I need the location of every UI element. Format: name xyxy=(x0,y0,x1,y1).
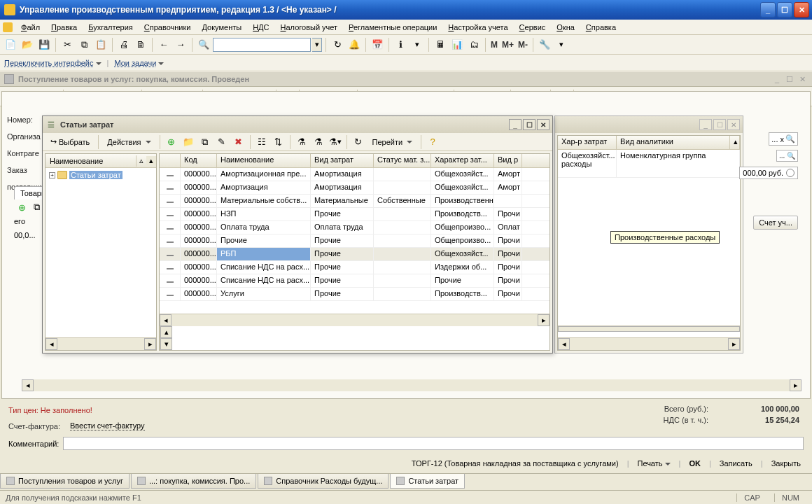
grid-row[interactable]: 000000...РБППрочиеОбщехозяйст...Прочи xyxy=(160,248,550,261)
search-dropdown[interactable]: ▾ xyxy=(312,38,322,52)
tree-icon[interactable]: 🗂 xyxy=(466,37,482,52)
chart-icon[interactable]: 📊 xyxy=(449,37,465,52)
right-grid-row[interactable]: Общехозяйст... расходы Номенклатурная гр… xyxy=(558,150,740,178)
add-row-icon[interactable]: ⊕ xyxy=(15,201,28,214)
menu-catalogs[interactable]: Справочники xyxy=(139,21,197,34)
switch-interface-link[interactable]: Переключить интерфейс xyxy=(4,59,102,67)
expand-icon[interactable]: + xyxy=(49,172,55,178)
rgrid-vscroll-up[interactable] xyxy=(558,326,740,332)
grid-vscroll[interactable]: ▴ ▾ xyxy=(160,326,172,350)
help-icon[interactable]: ? xyxy=(425,134,440,150)
move-icon[interactable]: ⇅ xyxy=(271,134,286,150)
grid-row[interactable]: 000000...Списание НДС на расх...ПрочиеИз… xyxy=(160,261,550,274)
menu-vat[interactable]: НДС xyxy=(247,21,274,34)
search-input[interactable] xyxy=(213,38,311,52)
search-icon[interactable]: 🔍 xyxy=(196,37,211,52)
my-tasks-link[interactable]: Мои задачи xyxy=(114,59,164,67)
grid-row[interactable]: 000000...АмортизацияАмортизацияОбщехозяй… xyxy=(160,181,550,195)
tree-scroll-up[interactable]: ▴ xyxy=(146,156,156,165)
maximize-button[interactable]: ☐ xyxy=(777,2,792,18)
grid-row[interactable]: 000000...ПрочиеПрочиеОбщепроизво...Прочи xyxy=(160,234,550,248)
modal-go-dropdown[interactable]: Перейти xyxy=(368,135,418,149)
select-button[interactable]: ↪Выбрать xyxy=(46,134,94,149)
menu-documents[interactable]: Документы xyxy=(196,21,247,34)
add-folder-icon[interactable]: 📁 xyxy=(181,134,196,150)
torg-link[interactable]: ТОРГ-12 (Товарная накладная за поставщик… xyxy=(409,458,622,469)
menu-settings[interactable]: Настройка учета xyxy=(442,21,513,34)
tree-hscroll[interactable]: ◂▸ xyxy=(46,337,156,350)
menu-scheduled[interactable]: Регламентные операции xyxy=(343,21,442,34)
mplus-button[interactable]: M+ xyxy=(500,40,515,50)
grid-row[interactable]: 000000...УслугиПрочиеПроизводств...Прочи xyxy=(160,288,550,301)
col-vidr[interactable]: Вид р xyxy=(494,154,522,167)
copy-row-icon[interactable]: ⧉ xyxy=(30,201,43,214)
forward-icon[interactable]: → xyxy=(173,37,188,52)
tools-dd[interactable]: ▾ xyxy=(554,37,569,52)
wintab-2[interactable]: Справочник Расходы будущ... xyxy=(258,474,388,489)
grid-row[interactable]: 000000...Списание НДС на расх...ПрочиеПр… xyxy=(160,274,550,288)
rcol-char[interactable]: Хар-р затрат xyxy=(558,136,617,149)
doc-maximize[interactable]: ☐ xyxy=(784,74,795,84)
doc-minimize[interactable]: _ xyxy=(771,74,783,84)
new-icon[interactable]: 📄 xyxy=(3,37,18,52)
invoice-link[interactable]: Ввести счет-фактуру xyxy=(70,421,145,430)
cut-icon[interactable]: ✂ xyxy=(59,37,75,52)
print-icon[interactable]: 🖨 xyxy=(116,37,132,52)
field-clear-2[interactable]: ... 🔍 xyxy=(776,150,798,162)
m-button[interactable]: M xyxy=(489,40,499,50)
tree-sort-icon[interactable]: ▵ xyxy=(136,156,146,165)
menu-file[interactable]: Файл xyxy=(15,21,46,34)
filter-off-icon[interactable]: ⚗ xyxy=(311,134,326,150)
refresh-list-icon[interactable]: ↻ xyxy=(351,134,366,150)
minimize-button[interactable]: _ xyxy=(760,2,776,18)
col-mark[interactable] xyxy=(160,154,181,167)
grid-hscroll[interactable]: ◂▸ xyxy=(160,314,550,326)
hierarchy-icon[interactable]: ☷ xyxy=(254,134,270,150)
tree-root[interactable]: + Статьи затрат xyxy=(48,170,154,180)
col-vid[interactable]: Вид затрат xyxy=(311,154,374,167)
grid-row[interactable]: 000000...Оплата трудаОплата трудаОбщепро… xyxy=(160,221,550,234)
mminus-button[interactable]: M- xyxy=(517,40,529,50)
col-status[interactable]: Статус мат. з... xyxy=(374,154,431,167)
tools-icon[interactable]: 🔧 xyxy=(537,37,552,52)
col-code[interactable]: Код xyxy=(181,154,217,167)
copy-item-icon[interactable]: ⧉ xyxy=(197,134,213,150)
modal-maximize[interactable]: ☐ xyxy=(523,119,536,130)
print-button[interactable]: Печать xyxy=(634,458,673,469)
wintab-0[interactable]: Поступления товаров и услуг xyxy=(0,474,130,489)
info-icon[interactable]: ℹ xyxy=(393,37,408,52)
add-icon[interactable]: ⊕ xyxy=(164,134,179,150)
filter-icon[interactable]: ⚗ xyxy=(294,134,309,150)
edit-icon[interactable]: ✎ xyxy=(214,134,230,150)
modal-titlebar[interactable]: ☰ Статьи затрат _ ☐ ✕ xyxy=(43,116,552,133)
magnify-icon[interactable] xyxy=(786,169,794,177)
wintab-1[interactable]: ...: покупка, комиссия. Про... xyxy=(131,474,256,489)
info-dd[interactable]: ▾ xyxy=(410,37,425,52)
grid-row[interactable]: 000000...Амортизационная пре...Амортизац… xyxy=(160,168,550,181)
calc-icon[interactable]: 🖩 xyxy=(433,37,448,52)
menu-help[interactable]: Справка xyxy=(580,21,622,34)
modal-actions-dropdown[interactable]: Действия xyxy=(102,135,155,149)
wintab-3[interactable]: Статьи затрат xyxy=(390,474,465,489)
ok-button[interactable]: OK xyxy=(686,458,704,469)
hscroll-left[interactable]: ◂ xyxy=(22,379,34,391)
grid-row[interactable]: 000000...НЗППрочиеПроизводств...Прочи xyxy=(160,208,550,221)
field-clear-1[interactable]: ... x 🔍 xyxy=(769,132,798,146)
rpanel-maximize[interactable]: ☐ xyxy=(713,119,726,130)
hscroll-right[interactable]: ▸ xyxy=(790,379,802,391)
filter-dd[interactable]: ⚗▾ xyxy=(328,134,343,150)
document-hscroll[interactable]: ◂ ▸ xyxy=(22,379,802,391)
copy-icon[interactable]: ⧉ xyxy=(76,37,92,52)
close-button[interactable]: ✕ xyxy=(794,2,809,18)
modal-close[interactable]: ✕ xyxy=(537,119,550,130)
menu-service[interactable]: Сервис xyxy=(514,21,552,34)
rpanel-minimize[interactable]: _ xyxy=(699,119,712,130)
modal-minimize[interactable]: _ xyxy=(509,119,522,130)
refresh-icon[interactable]: ↻ xyxy=(330,37,345,52)
grid-row[interactable]: 000000...Материальные собств...Материаль… xyxy=(160,195,550,208)
bell-icon[interactable]: 🔔 xyxy=(346,37,362,52)
rgrid-hscroll[interactable]: ◂▸ xyxy=(558,337,740,350)
rcol-vid[interactable]: Вид аналитики xyxy=(617,136,730,149)
col-char[interactable]: Характер зат... xyxy=(431,154,494,167)
rpanel-close[interactable]: ✕ xyxy=(727,119,740,130)
